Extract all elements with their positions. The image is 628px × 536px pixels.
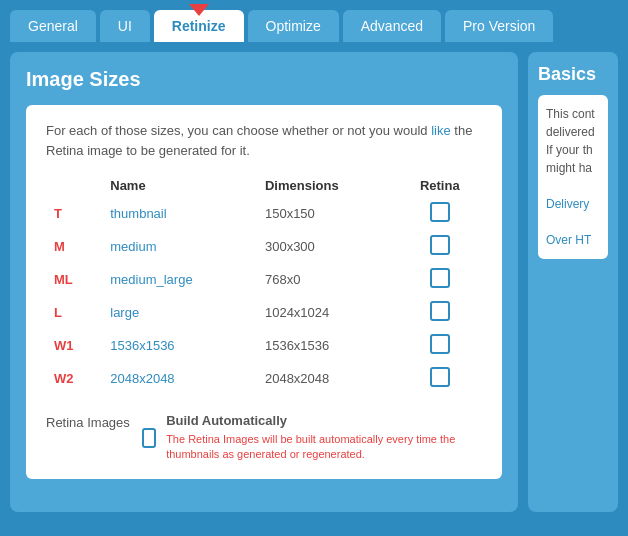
build-auto-desc: The Retina Images will be built automati…: [166, 432, 482, 463]
tab-retinize[interactable]: Retinize: [154, 10, 244, 42]
right-content-line1: This contdeliveredIf your thmight ha: [546, 105, 600, 177]
right-delivery: Delivery: [546, 195, 600, 213]
row-dim: 1024x1024: [257, 296, 398, 329]
table-row: T thumbnail 150x150: [46, 197, 482, 230]
row-retina-check[interactable]: [398, 329, 482, 362]
tab-advanced[interactable]: Advanced: [343, 10, 441, 42]
tab-optimize[interactable]: Optimize: [248, 10, 339, 42]
retina-checkbox-4[interactable]: [430, 334, 450, 354]
row-retina-check[interactable]: [398, 230, 482, 263]
row-dim: 150x150: [257, 197, 398, 230]
retina-checkbox-2[interactable]: [430, 268, 450, 288]
row-dim: 2048x2048: [257, 362, 398, 395]
row-retina-check[interactable]: [398, 296, 482, 329]
tab-ui[interactable]: UI: [100, 10, 150, 42]
retina-build-auto-row: Build Automatically The Retina Images wi…: [142, 413, 482, 463]
col-header-retina: Retina: [398, 174, 482, 197]
retina-checkbox-3[interactable]: [430, 301, 450, 321]
right-over-ht: Over HT: [546, 231, 600, 249]
row-name: large: [102, 296, 257, 329]
retina-images-label: Retina Images: [46, 413, 130, 430]
image-sizes-card: For each of those sizes, you can choose …: [26, 105, 502, 479]
retina-checkbox-0[interactable]: [430, 202, 450, 222]
row-name: medium: [102, 230, 257, 263]
tab-bar: General UI Retinize Optimize Advanced Pr…: [0, 0, 628, 42]
table-row: W2 2048x2048 2048x2048: [46, 362, 482, 395]
row-name: 1536x1536: [102, 329, 257, 362]
retina-checkbox-5[interactable]: [430, 367, 450, 387]
right-panel: Basics This contdeliveredIf your thmight…: [528, 52, 618, 512]
table-row: W1 1536x1536 1536x1536: [46, 329, 482, 362]
row-abbr: T: [46, 197, 102, 230]
row-abbr: ML: [46, 263, 102, 296]
main-content: Image Sizes For each of those sizes, you…: [0, 42, 628, 522]
right-panel-content: This contdeliveredIf your thmight ha Del…: [538, 95, 608, 259]
col-header-dimensions: Dimensions: [257, 174, 398, 197]
panel-title: Image Sizes: [26, 68, 502, 91]
row-abbr: M: [46, 230, 102, 263]
col-header-name: Name: [102, 174, 257, 197]
row-retina-check[interactable]: [398, 263, 482, 296]
row-abbr: W2: [46, 362, 102, 395]
row-dim: 300x300: [257, 230, 398, 263]
build-auto-checkbox[interactable]: [142, 428, 156, 448]
row-dim: 768x0: [257, 263, 398, 296]
left-panel: Image Sizes For each of those sizes, you…: [10, 52, 518, 512]
row-name: thumbnail: [102, 197, 257, 230]
tab-general[interactable]: General: [10, 10, 96, 42]
row-name: 2048x2048: [102, 362, 257, 395]
active-tab-arrow: [189, 4, 209, 16]
build-auto-label: Build Automatically: [166, 413, 482, 428]
build-auto-section: Build Automatically The Retina Images wi…: [166, 413, 482, 463]
retina-images-row: Retina Images Build Automatically The Re…: [46, 413, 482, 463]
row-dim: 1536x1536: [257, 329, 398, 362]
row-retina-check[interactable]: [398, 362, 482, 395]
table-row: ML medium_large 768x0: [46, 263, 482, 296]
retina-checkbox-1[interactable]: [430, 235, 450, 255]
row-name: medium_large: [102, 263, 257, 296]
row-abbr: L: [46, 296, 102, 329]
row-abbr: W1: [46, 329, 102, 362]
description-link: like: [431, 123, 451, 138]
sizes-table: Name Dimensions Retina T thumbnail 150x1…: [46, 174, 482, 395]
card-description: For each of those sizes, you can choose …: [46, 121, 482, 160]
right-panel-title: Basics: [538, 64, 608, 85]
table-row: L large 1024x1024: [46, 296, 482, 329]
table-row: M medium 300x300: [46, 230, 482, 263]
col-header-empty: [46, 174, 102, 197]
row-retina-check[interactable]: [398, 197, 482, 230]
tab-pro-version[interactable]: Pro Version: [445, 10, 553, 42]
